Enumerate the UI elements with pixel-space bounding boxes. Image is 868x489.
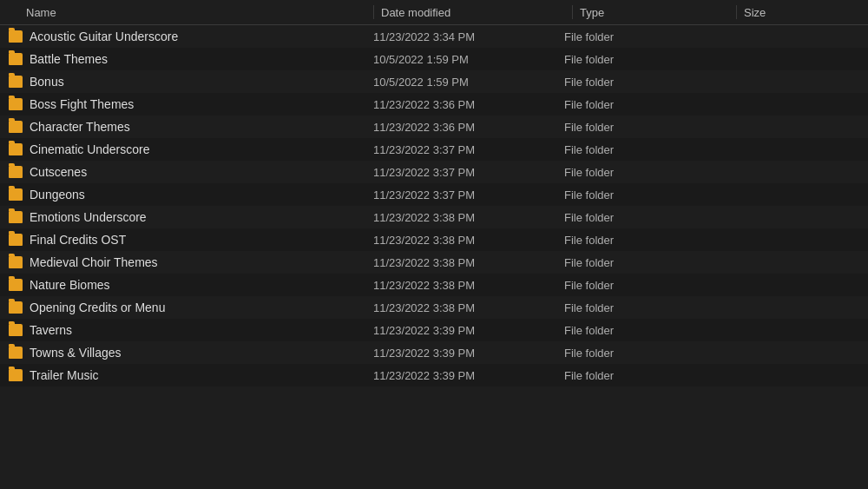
folder-icon <box>9 256 23 268</box>
file-name: Cutscenes <box>30 165 87 179</box>
folder-icon <box>9 98 23 110</box>
folder-icon <box>9 53 23 65</box>
cell-type: File folder <box>564 369 720 382</box>
cell-name: Trailer Music <box>0 368 373 382</box>
cell-date: 11/23/2022 3:39 PM <box>373 369 564 382</box>
cell-type: File folder <box>564 188 720 202</box>
folder-icon <box>9 30 23 43</box>
table-row[interactable]: Dungeons 11/23/2022 3:37 PM File folder <box>0 183 868 206</box>
folder-icon <box>9 76 23 88</box>
file-explorer: Name Date modified Type Size Acoustic Gu… <box>0 0 868 489</box>
file-name: Bonus <box>30 75 64 89</box>
table-row[interactable]: Opening Credits or Menu 11/23/2022 3:38 … <box>0 296 868 319</box>
cell-name: Dungeons <box>0 188 373 202</box>
cell-date: 11/23/2022 3:38 PM <box>373 234 564 247</box>
column-name-header[interactable]: Name <box>0 6 373 19</box>
table-row[interactable]: Bonus 10/5/2022 1:59 PM File folder <box>0 70 868 93</box>
cell-name: Nature Biomes <box>0 278 373 292</box>
folder-icon <box>9 279 23 291</box>
file-name: Dungeons <box>30 188 85 202</box>
table-row[interactable]: Cinematic Underscore 11/23/2022 3:37 PM … <box>0 138 868 161</box>
table-row[interactable]: Character Themes 11/23/2022 3:36 PM File… <box>0 116 868 138</box>
file-name: Battle Themes <box>30 52 108 66</box>
cell-date: 11/23/2022 3:38 PM <box>373 301 564 314</box>
cell-date: 11/23/2022 3:38 PM <box>373 256 564 269</box>
file-name: Opening Credits or Menu <box>30 301 165 314</box>
cell-type: File folder <box>564 30 720 43</box>
cell-name: Bonus <box>0 75 373 89</box>
folder-icon <box>9 301 23 314</box>
cell-name: Cutscenes <box>0 165 373 179</box>
table-row[interactable]: Medieval Choir Themes 11/23/2022 3:38 PM… <box>0 251 868 274</box>
file-name: Towns & Villages <box>30 346 122 360</box>
folder-icon <box>9 143 23 155</box>
table-row[interactable]: Acoustic Guitar Underscore 11/23/2022 3:… <box>0 25 868 48</box>
table-row[interactable]: Nature Biomes 11/23/2022 3:38 PM File fo… <box>0 274 868 296</box>
file-name: Trailer Music <box>30 368 99 382</box>
cell-type: File folder <box>564 76 720 89</box>
folder-icon <box>9 211 23 223</box>
cell-type: File folder <box>564 324 720 337</box>
cell-date: 11/23/2022 3:37 PM <box>373 166 564 179</box>
cell-type: File folder <box>564 98 720 111</box>
folder-icon <box>9 369 23 381</box>
cell-type: File folder <box>564 143 720 156</box>
column-type-header[interactable]: Type <box>580 6 736 19</box>
file-name: Acoustic Guitar Underscore <box>30 30 178 43</box>
cell-type: File folder <box>564 301 720 314</box>
folder-icon <box>9 121 23 133</box>
folder-icon <box>9 166 23 178</box>
column-date-header[interactable]: Date modified <box>381 6 572 19</box>
file-name: Medieval Choir Themes <box>30 255 158 269</box>
folder-icon <box>9 324 23 336</box>
cell-type: File folder <box>564 121 720 134</box>
cell-date: 11/23/2022 3:36 PM <box>373 98 564 111</box>
cell-date: 11/23/2022 3:38 PM <box>373 279 564 292</box>
cell-date: 11/23/2022 3:38 PM <box>373 211 564 224</box>
cell-type: File folder <box>564 166 720 179</box>
cell-name: Boss Fight Themes <box>0 97 373 111</box>
cell-name: Emotions Underscore <box>0 210 373 224</box>
cell-name: Final Credits OST <box>0 233 373 247</box>
folder-icon <box>9 347 23 359</box>
file-name: Taverns <box>30 323 72 337</box>
cell-name: Cinematic Underscore <box>0 142 373 156</box>
table-row[interactable]: Emotions Underscore 11/23/2022 3:38 PM F… <box>0 206 868 228</box>
file-name: Character Themes <box>30 120 130 134</box>
cell-name: Acoustic Guitar Underscore <box>0 30 373 43</box>
table-row[interactable]: Final Credits OST 11/23/2022 3:38 PM Fil… <box>0 228 868 251</box>
cell-type: File folder <box>564 234 720 247</box>
cell-type: File folder <box>564 279 720 292</box>
table-row[interactable]: Towns & Villages 11/23/2022 3:39 PM File… <box>0 341 868 364</box>
cell-type: File folder <box>564 53 720 66</box>
folder-icon <box>9 188 23 201</box>
cell-type: File folder <box>564 256 720 269</box>
file-name: Nature Biomes <box>30 278 110 292</box>
table-row[interactable]: Boss Fight Themes 11/23/2022 3:36 PM Fil… <box>0 93 868 116</box>
table-row[interactable]: Trailer Music 11/23/2022 3:39 PM File fo… <box>0 364 868 387</box>
cell-date: 11/23/2022 3:39 PM <box>373 347 564 360</box>
cell-name: Medieval Choir Themes <box>0 255 373 269</box>
cell-date: 11/23/2022 3:36 PM <box>373 121 564 134</box>
cell-type: File folder <box>564 211 720 224</box>
file-name: Emotions Underscore <box>30 210 147 224</box>
cell-date: 10/5/2022 1:59 PM <box>373 53 564 66</box>
table-row[interactable]: Battle Themes 10/5/2022 1:59 PM File fol… <box>0 48 868 70</box>
file-name: Cinematic Underscore <box>30 142 150 156</box>
file-name: Final Credits OST <box>30 233 126 247</box>
cell-name: Opening Credits or Menu <box>0 301 373 314</box>
cell-date: 11/23/2022 3:37 PM <box>373 143 564 156</box>
cell-name: Towns & Villages <box>0 346 373 360</box>
file-list[interactable]: Acoustic Guitar Underscore 11/23/2022 3:… <box>0 25 868 489</box>
cell-date: 11/23/2022 3:37 PM <box>373 188 564 202</box>
cell-name: Taverns <box>0 323 373 337</box>
folder-icon <box>9 234 23 246</box>
cell-name: Battle Themes <box>0 52 373 66</box>
column-size-header[interactable]: Size <box>744 6 868 19</box>
cell-date: 10/5/2022 1:59 PM <box>373 76 564 89</box>
cell-date: 11/23/2022 3:34 PM <box>373 30 564 43</box>
cell-name: Character Themes <box>0 120 373 134</box>
table-row[interactable]: Cutscenes 11/23/2022 3:37 PM File folder <box>0 161 868 183</box>
cell-date: 11/23/2022 3:39 PM <box>373 324 564 337</box>
table-row[interactable]: Taverns 11/23/2022 3:39 PM File folder <box>0 319 868 341</box>
